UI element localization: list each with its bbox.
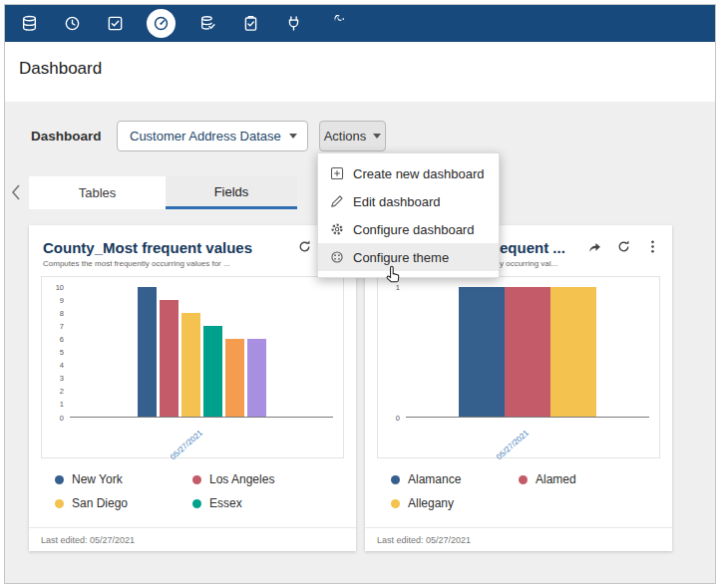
wrench-icon[interactable]	[325, 13, 347, 35]
card-actions	[587, 239, 660, 254]
refresh-icon[interactable]	[616, 239, 631, 254]
legend-item: Alamance	[391, 472, 519, 486]
legend-item: San Diego	[55, 496, 192, 510]
pencil-icon	[330, 194, 344, 208]
kebab-menu-icon[interactable]	[645, 239, 660, 254]
bar-allegany	[550, 287, 596, 417]
actions-button[interactable]: Actions	[319, 121, 386, 151]
content-area: Dashboard Customer Address Datase Action…	[5, 102, 715, 583]
dashboard-selector[interactable]: Customer Address Datase	[117, 121, 308, 151]
legend-item: New York	[55, 472, 192, 486]
legend-item: Alamed	[519, 472, 646, 486]
clock-icon[interactable]	[61, 13, 83, 35]
last-edited-text: Last edited: 05/27/2021	[377, 535, 471, 545]
app-window: Dashboard Dashboard Customer Address Dat…	[4, 4, 716, 584]
card-subtitle: y occurring val...	[500, 259, 592, 268]
y-tick-label: 9	[60, 296, 64, 304]
plot-area	[70, 287, 333, 418]
bars	[70, 287, 333, 417]
last-edited-text: Last edited: 05/27/2021	[41, 535, 135, 545]
check-square-icon[interactable]	[104, 13, 126, 35]
chevron-down-icon	[289, 134, 297, 139]
menu-item-edit-dashboard[interactable]: Edit dashboard	[318, 187, 499, 215]
tabs-scroll-left-chevron-icon[interactable]	[10, 183, 22, 201]
chart-legend: AlamanceAlamedAllegany	[391, 472, 646, 510]
legend-label: Alamed	[536, 472, 576, 486]
bar-new-york	[138, 287, 157, 417]
card-footer: Last edited: 05/27/2021	[365, 527, 672, 551]
legend-label: Alamance	[408, 472, 461, 486]
y-tick-label: 7	[60, 323, 64, 331]
dashboard-context-label: Dashboard	[31, 129, 102, 144]
database-icon[interactable]	[18, 13, 40, 35]
legend-dot	[519, 475, 528, 484]
menu-item-configure-dashboard[interactable]: Configure dashboard	[318, 215, 499, 243]
legend-dot	[192, 499, 201, 508]
chart-card-county: County_Most frequent values Computes the…	[29, 225, 356, 551]
tabs-bar: Tables Fields	[29, 176, 297, 209]
legend-dot	[391, 499, 400, 508]
y-tick-label: 1	[60, 401, 64, 409]
y-tick-label: 8	[60, 309, 64, 317]
database-check-icon[interactable]	[196, 13, 218, 35]
y-tick-label: 0	[60, 414, 64, 422]
legend-item: Allegany	[391, 496, 519, 510]
bar-unlabeled	[225, 339, 244, 417]
legend-dot	[391, 475, 400, 484]
bar-unlabeled	[247, 339, 266, 417]
plug-icon[interactable]	[282, 13, 304, 35]
card-title: equent ...	[500, 239, 592, 256]
top-navbar	[5, 5, 715, 42]
y-axis: 012345678910	[46, 287, 66, 418]
title-row: Dashboard	[5, 42, 715, 102]
x-tick-label: 05/27/2021	[495, 429, 531, 461]
menu-item-configure-theme[interactable]: Configure theme	[318, 243, 499, 271]
bar-alamance	[459, 287, 505, 417]
y-tick-label: 0	[396, 414, 400, 422]
y-tick-label: 10	[56, 283, 64, 291]
tab-fields[interactable]: Fields	[166, 176, 297, 209]
menu-item-label: Configure dashboard	[353, 222, 474, 237]
y-tick-label: 4	[60, 362, 64, 370]
legend-label: Allegany	[408, 496, 454, 510]
menu-item-label: Configure theme	[353, 250, 449, 265]
plot-area	[406, 287, 649, 418]
legend-dot	[55, 499, 64, 508]
chart-legend: New YorkLos AngelesSan DiegoEssex	[55, 472, 330, 510]
card-subtitle: Computes the most frequently occurring v…	[43, 259, 276, 268]
card-footer: Last edited: 05/27/2021	[29, 527, 356, 551]
bar-san-diego	[181, 313, 200, 417]
page-title: Dashboard	[19, 59, 102, 79]
x-tick-label: 05/27/2021	[169, 429, 204, 461]
bar-chart: 01 05/27/2021	[377, 276, 660, 458]
share-icon[interactable]	[587, 239, 602, 254]
actions-button-label: Actions	[324, 129, 367, 144]
y-tick-label: 5	[60, 349, 64, 357]
clipboard-check-icon[interactable]	[239, 13, 261, 35]
plus-square-icon	[330, 166, 344, 180]
refresh-icon[interactable]	[297, 239, 312, 254]
card-actions	[297, 239, 312, 254]
bar-chart: 012345678910 05/27/2021	[41, 276, 344, 458]
legend-label: Los Angeles	[209, 472, 274, 486]
menu-item-create-new-dashboard[interactable]: Create new dashboard	[318, 159, 499, 187]
bar-essex	[203, 326, 222, 417]
gear-icon	[330, 222, 344, 236]
legend-item: Los Angeles	[192, 472, 330, 486]
card-header: County_Most frequent values Computes the…	[29, 225, 356, 268]
legend-dot	[55, 475, 64, 484]
legend-dot	[192, 475, 201, 484]
legend-label: San Diego	[72, 496, 128, 510]
palette-icon	[330, 250, 344, 264]
card-title: County_Most frequent values	[43, 239, 276, 256]
menu-item-label: Edit dashboard	[353, 194, 440, 209]
dashboard-gauge-icon[interactable]	[147, 9, 176, 38]
y-axis: 01	[382, 287, 402, 418]
bar-alamed	[505, 287, 550, 417]
bars	[406, 287, 649, 417]
y-tick-label: 1	[396, 283, 400, 291]
y-tick-label: 2	[60, 388, 64, 396]
tab-tables[interactable]: Tables	[29, 176, 166, 209]
legend-item: Essex	[192, 496, 330, 510]
y-tick-label: 3	[60, 375, 64, 383]
